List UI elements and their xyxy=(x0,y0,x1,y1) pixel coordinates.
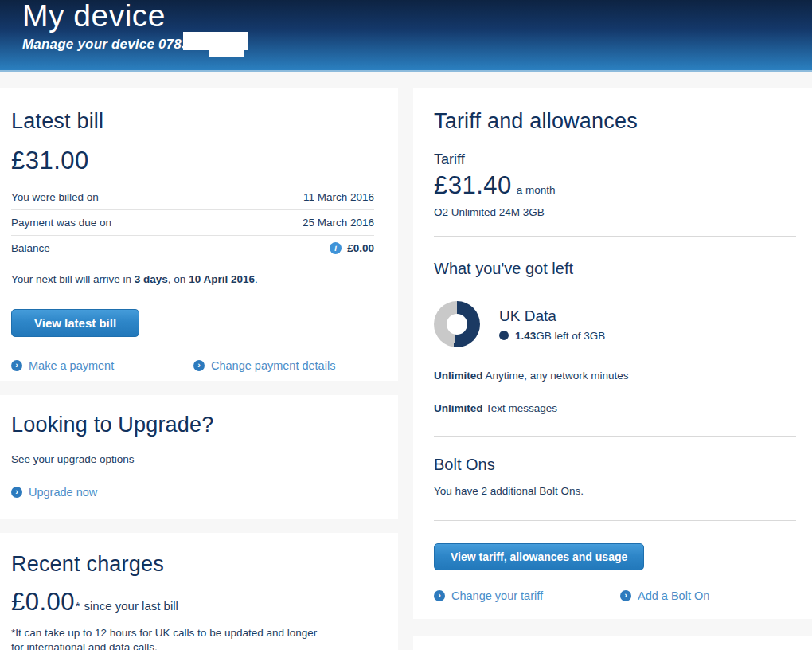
make-payment-link[interactable]: › Make a payment xyxy=(11,359,114,372)
recent-charges-amount-line: £0.00* since your last bill xyxy=(11,588,374,617)
table-row: Balance i £0.00 xyxy=(11,236,374,260)
uk-data-detail: 1.43GB left of 3GB xyxy=(499,330,605,342)
chevron-right-icon: › xyxy=(434,590,445,601)
upgrade-card: Looking to Upgrade? See your upgrade opt… xyxy=(0,395,398,519)
bill-links-row: › Make a payment › Change payment detail… xyxy=(11,359,374,377)
change-payment-details-label: Change payment details xyxy=(211,359,335,372)
add-bolt-on-link[interactable]: › Add a Bolt On xyxy=(620,589,709,602)
chevron-right-icon: › xyxy=(620,590,631,601)
recent-charges-footnote: *It can take up to 12 hours for UK calls… xyxy=(11,626,330,650)
tariff-links-row: › Change your tariff › Add a Bolt On xyxy=(434,589,796,607)
balance-amount: £0.00 xyxy=(347,242,374,254)
page: My device Manage your device 0783 Latest… xyxy=(0,0,812,650)
asterisk: * xyxy=(76,600,80,613)
payment-due-value: 25 March 2016 xyxy=(303,217,374,229)
table-row: Payment was due on 25 March 2016 xyxy=(11,210,374,236)
change-payment-details-link[interactable]: › Change payment details xyxy=(193,359,335,372)
payment-due-label: Payment was due on xyxy=(11,217,111,229)
redaction-box xyxy=(209,49,244,57)
billed-on-label: You were billed on xyxy=(11,191,99,203)
divider xyxy=(434,236,796,237)
uk-data-title: UK Data xyxy=(499,307,605,325)
texts-rest: Text messages xyxy=(483,402,558,414)
next-bill-days: 3 days xyxy=(135,273,168,285)
redaction-box xyxy=(183,32,248,50)
page-title: My device xyxy=(22,0,812,33)
uk-data-left-rest: GB left of 3GB xyxy=(536,330,605,342)
tariff-plan-name: O2 Unlimited 24M 3GB xyxy=(434,206,796,218)
make-payment-label: Make a payment xyxy=(29,359,114,372)
chevron-right-icon: › xyxy=(11,360,22,371)
change-tariff-label: Change your tariff xyxy=(451,589,543,602)
minutes-rest: Anytime, any network minutes xyxy=(483,370,629,382)
uk-data-donut xyxy=(434,301,480,347)
partial-card xyxy=(413,636,812,650)
change-tariff-link[interactable]: › Change your tariff xyxy=(434,589,543,602)
uk-data-usage-row: UK Data 1.43GB left of 3GB xyxy=(434,301,796,347)
upgrade-links-row: › Upgrade now xyxy=(11,486,374,503)
boltons-title: Bolt Ons xyxy=(434,456,796,474)
recent-charges-suffix: since your last bill xyxy=(84,599,178,613)
balance-value: i £0.00 xyxy=(330,242,374,254)
info-icon[interactable]: i xyxy=(330,242,342,254)
minutes-allowance: Unlimited Anytime, any network minutes xyxy=(434,370,796,382)
latest-bill-title: Latest bill xyxy=(11,109,374,134)
tariff-price: £31.40 xyxy=(434,171,512,200)
next-bill-text: Your next bill will arrive in 3 days, on… xyxy=(11,273,374,285)
tariff-card: Tariff and allowances Tariff £31.40 a mo… xyxy=(413,88,812,619)
uk-data-info: UK Data 1.43GB left of 3GB xyxy=(499,307,605,342)
bullet-dot-icon xyxy=(499,331,509,340)
page-header: My device Manage your device 0783 xyxy=(0,0,812,72)
billed-on-value: 11 March 2016 xyxy=(303,191,374,203)
boltons-text: You have 2 additional Bolt Ons. xyxy=(434,485,796,497)
upgrade-text: See your upgrade options xyxy=(11,453,374,465)
uk-data-left-text: 1.43GB left of 3GB xyxy=(515,330,605,342)
chevron-right-icon: › xyxy=(193,360,205,371)
texts-allowance: Unlimited Text messages xyxy=(434,402,796,414)
view-latest-bill-button[interactable]: View latest bill xyxy=(11,309,139,337)
upgrade-now-link[interactable]: › Upgrade now xyxy=(11,486,97,499)
bill-rows: You were billed on 11 March 2016 Payment… xyxy=(11,185,374,260)
tariff-price-line: £31.40 a month xyxy=(434,171,796,200)
view-tariff-button[interactable]: View tariff, allowances and usage xyxy=(434,543,644,570)
latest-bill-card: Latest bill £31.00 You were billed on 11… xyxy=(0,88,398,381)
next-bill-mid: , on xyxy=(168,273,189,285)
tariff-price-suffix: a month xyxy=(517,184,556,196)
texts-bold: Unlimited xyxy=(434,402,483,414)
uk-data-left-value: 1.43 xyxy=(515,330,536,342)
table-row: You were billed on 11 March 2016 xyxy=(11,185,374,210)
divider xyxy=(434,436,796,437)
balance-label: Balance xyxy=(11,242,50,254)
latest-bill-amount: £31.00 xyxy=(11,147,374,175)
upgrade-title: Looking to Upgrade? xyxy=(11,413,374,437)
chevron-right-icon: › xyxy=(11,487,22,498)
next-bill-prefix: Your next bill will arrive in xyxy=(11,273,135,285)
next-bill-suffix: . xyxy=(255,273,258,285)
recent-charges-title: Recent charges xyxy=(11,552,374,577)
tariff-section-label: Tariff xyxy=(434,151,796,168)
got-left-title: What you've got left xyxy=(434,260,796,278)
recent-charges-card: Recent charges £0.00* since your last bi… xyxy=(0,533,398,650)
recent-charges-amount: £0.00 xyxy=(11,588,75,617)
divider xyxy=(434,520,796,521)
upgrade-now-label: Upgrade now xyxy=(29,486,97,499)
tariff-card-title: Tariff and allowances xyxy=(434,109,796,134)
minutes-bold: Unlimited xyxy=(434,370,483,382)
add-bolt-on-label: Add a Bolt On xyxy=(638,589,709,602)
page-subtitle: Manage your device 0783 xyxy=(22,37,812,53)
next-bill-date: 10 April 2016 xyxy=(189,273,255,285)
